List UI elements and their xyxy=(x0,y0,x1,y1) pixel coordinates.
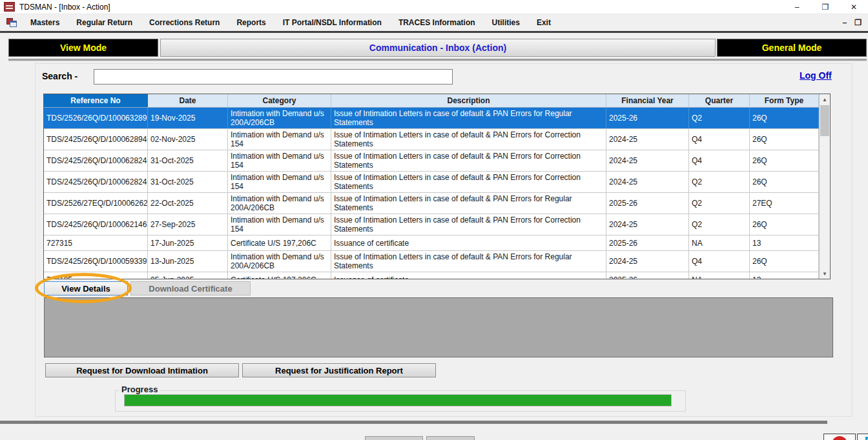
column-header-quarter[interactable]: Quarter xyxy=(689,94,750,107)
column-header-category[interactable]: Category xyxy=(228,94,331,107)
table-row[interactable]: TDS/2425/26Q/D/1000628246431-Oct-2025Int… xyxy=(44,172,819,193)
table-cell: 13 xyxy=(750,235,819,250)
menu-it-portal-nsdl-information[interactable]: IT Portal/NSDL Information xyxy=(274,14,390,31)
table-cell: 727105 xyxy=(44,272,148,279)
menu-exit[interactable]: Exit xyxy=(528,14,559,31)
window-controls: – ❐ ✕ xyxy=(783,0,868,14)
table-cell: 31-Oct-2025 xyxy=(148,150,228,171)
table-cell: Intimation with Demand u/s 200A/206CB xyxy=(228,108,331,128)
table-row[interactable]: TDS/2526/27EQ/D/100062624322-Oct-2025Int… xyxy=(44,193,819,214)
column-header-reference-no[interactable]: Reference No xyxy=(44,94,148,107)
inbox-table-inner: Reference No Date Category Description F… xyxy=(44,94,819,279)
table-cell: Q4 xyxy=(689,251,750,272)
table-cell: 26Q xyxy=(750,129,819,150)
table-cell: 2025-26 xyxy=(606,193,689,214)
inbox-table: Reference No Date Category Description F… xyxy=(43,94,831,279)
table-cell: Issue of Intimation Letters in case of d… xyxy=(331,129,606,150)
table-cell: Issue of Intimation Letters in case of d… xyxy=(331,108,606,128)
table-cell: Issue of Intimation Letters in case of d… xyxy=(331,150,606,171)
table-header-row: Reference No Date Category Description F… xyxy=(44,94,819,108)
table-cell: 26Q xyxy=(750,214,819,235)
close-icon[interactable]: ✕ xyxy=(840,0,868,14)
table-cell: 2025-26 xyxy=(606,235,689,250)
table-cell: NA xyxy=(689,235,750,250)
table-cell: TDS/2526/26Q/D/10006328993 xyxy=(44,108,148,128)
table-cell: 26Q xyxy=(750,172,819,192)
request-justification-report-button[interactable]: Request for Justification Report xyxy=(242,363,436,377)
menu-masters[interactable]: Masters xyxy=(22,14,68,31)
mdi-child-icon[interactable] xyxy=(6,18,17,27)
table-cell: 2024-25 xyxy=(606,129,689,150)
column-header-financial-year[interactable]: Financial Year xyxy=(606,94,689,107)
general-mode-banner: General Mode xyxy=(717,39,867,57)
table-body: TDS/2526/26Q/D/1000632899319-Nov-2025Int… xyxy=(44,108,819,279)
table-row[interactable]: TDS/2425/26Q/D/1000621462227-Sep-2025Int… xyxy=(44,214,819,235)
download-certificate-button[interactable]: Download Certificate xyxy=(130,281,251,295)
table-cell: 27-Sep-2025 xyxy=(148,214,228,235)
column-header-date[interactable]: Date xyxy=(148,94,228,107)
table-cell: Issue of Intimation Letters in case of d… xyxy=(331,172,606,192)
title-bar: TDSMAN - [Inbox - Action] – ❐ ✕ xyxy=(0,0,868,14)
table-cell: Intimation with Demand u/s 154 xyxy=(228,150,331,171)
menu-traces-information[interactable]: TRACES Information xyxy=(390,14,484,31)
search-input[interactable] xyxy=(94,69,453,85)
table-cell: 17-Jun-2025 xyxy=(148,235,228,250)
view-details-button[interactable]: View Details xyxy=(44,281,128,295)
table-row[interactable]: 72710505-Jun-2025Certificate U/S 197,206… xyxy=(44,272,819,279)
mdi-restore-icon[interactable]: ❐ xyxy=(854,18,862,27)
table-cell: Q2 xyxy=(689,108,750,128)
progress-fill xyxy=(125,395,671,406)
table-cell: 26Q xyxy=(750,251,819,272)
table-cell: Q2 xyxy=(689,172,750,192)
bottom-partial-button-1[interactable] xyxy=(365,436,423,440)
monitor-icon-button[interactable] xyxy=(857,434,868,440)
column-header-form-type[interactable]: Form Type xyxy=(750,94,819,107)
table-cell: 31-Oct-2025 xyxy=(148,172,228,192)
menu-utilities[interactable]: Utilities xyxy=(484,14,528,31)
restore-icon[interactable]: ❐ xyxy=(811,0,840,14)
table-cell: 22-Oct-2025 xyxy=(148,193,228,214)
table-row[interactable]: TDS/2526/26Q/D/1000632899319-Nov-2025Int… xyxy=(44,108,819,129)
column-header-description[interactable]: Description xyxy=(331,94,606,107)
scroll-up-icon[interactable]: ▲ xyxy=(820,94,830,105)
table-cell: Q4 xyxy=(689,150,750,171)
mdi-minimize-icon[interactable]: – xyxy=(843,18,847,27)
menu-reports[interactable]: Reports xyxy=(228,14,274,31)
table-cell: TDS/2425/26Q/D/10005933912 xyxy=(44,251,148,272)
table-cell: Q2 xyxy=(689,193,750,214)
menu-regular-return[interactable]: Regular Return xyxy=(68,14,141,31)
table-row[interactable]: TDS/2425/26Q/D/1000628245331-Oct-2025Int… xyxy=(44,150,819,172)
table-cell: Intimation with Demand u/s 200A/206CB xyxy=(228,251,331,272)
vertical-scrollbar[interactable]: ▲ ▼ xyxy=(819,94,830,279)
menu-corrections-return[interactable]: Corrections Return xyxy=(141,14,228,31)
table-cell: 2024-25 xyxy=(606,150,689,171)
app-icon xyxy=(4,2,15,12)
help-icon-button[interactable] xyxy=(823,434,856,440)
table-cell: Issuance of certificate xyxy=(331,235,606,250)
request-download-intimation-button[interactable]: Request for Download Intimation xyxy=(45,363,239,377)
details-panel xyxy=(44,297,833,357)
table-cell: NA xyxy=(689,272,750,279)
scroll-down-icon[interactable]: ▼ xyxy=(820,268,830,279)
table-cell: 26Q xyxy=(750,150,819,171)
tdsman-window: { "window": { "title": "TDSMAN - [Inbox … xyxy=(0,0,868,440)
table-cell: 05-Jun-2025 xyxy=(148,272,228,279)
page-title: Communication - Inbox (Action) xyxy=(160,39,716,57)
table-cell: Certificate U/S 197,206C xyxy=(228,235,331,250)
minimize-icon[interactable]: – xyxy=(783,0,811,14)
bottom-partial-button-2[interactable] xyxy=(426,436,475,440)
table-cell: 727315 xyxy=(44,235,148,250)
table-cell: 19-Nov-2025 xyxy=(148,108,228,128)
scrollbar-thumb[interactable] xyxy=(820,105,829,136)
table-cell: 2024-25 xyxy=(606,251,689,272)
table-cell: Intimation with Demand u/s 154 xyxy=(228,129,331,150)
table-cell: 2024-25 xyxy=(606,172,689,192)
table-cell: TDS/2526/27EQ/D/1000626243 xyxy=(44,193,148,214)
table-row[interactable]: 72731517-Jun-2025Certificate U/S 197,206… xyxy=(44,235,819,251)
table-cell: Intimation with Demand u/s 200A/206CB xyxy=(228,193,331,214)
table-cell: 13-Jun-2025 xyxy=(148,251,228,272)
table-cell: 27EQ xyxy=(750,193,819,214)
log-off-link[interactable]: Log Off xyxy=(800,70,838,81)
table-row[interactable]: TDS/2425/26Q/D/1000628940402-Nov-2025Int… xyxy=(44,129,819,150)
table-row[interactable]: TDS/2425/26Q/D/1000593391213-Jun-2025Int… xyxy=(44,251,819,272)
